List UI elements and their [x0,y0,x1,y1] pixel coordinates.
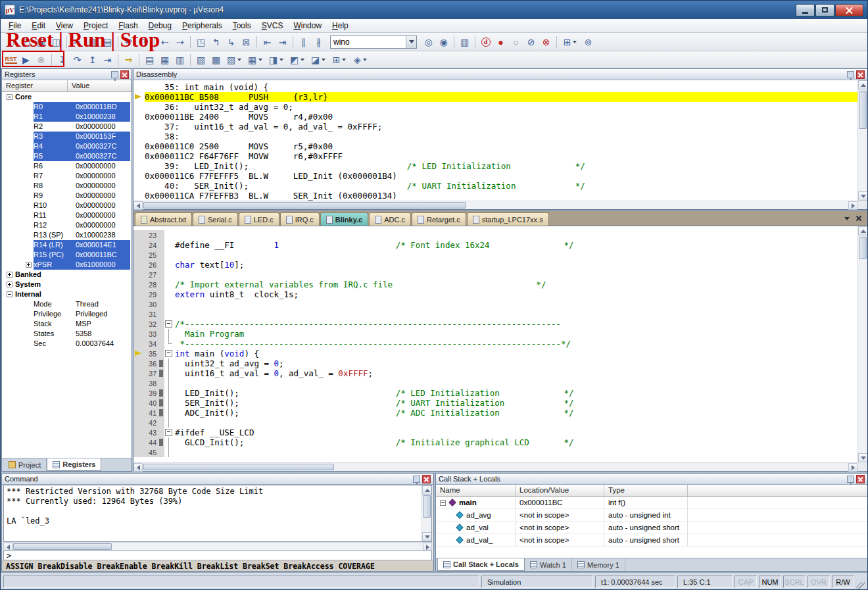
register-row-r14-lr[interactable]: R14 (LR)0x000014E1 [2,240,132,250]
registers-panel-header[interactable]: Registers [2,69,132,80]
register-row-r13-sp[interactable]: R13 (SP)0x10000238 [2,230,132,240]
tab-registers[interactable]: Registers [47,458,101,471]
dropdown-arrow-icon[interactable] [322,59,326,61]
register-row-states[interactable]: States5358 [2,329,132,339]
memory-windows-button[interactable]: ▦ [245,53,266,67]
callstack-window-button[interactable]: ▩ [208,53,224,67]
indent-button[interactable]: ⇥ [275,35,290,49]
breakpoint-margin[interactable] [133,319,143,329]
pin-icon[interactable] [111,71,118,78]
register-row-r8[interactable]: R80x00000000 [2,181,132,191]
editor-tab-irq-c[interactable]: IRQ.c [280,212,320,226]
watch-windows-button[interactable]: ▨ [224,53,245,67]
menu-svcs[interactable]: SVCS [256,20,289,32]
dropdown-arrow-icon[interactable] [363,59,367,61]
scroll-left-icon[interactable] [133,463,143,472]
find-in-files-button[interactable]: ◉ [436,35,451,49]
callstack-panel-header[interactable]: Call Stack + Locals [436,474,867,485]
register-row-r7[interactable]: R70x00000000 [2,171,132,181]
menu-help[interactable]: Help [327,20,354,32]
breakpoint-margin[interactable] [133,418,143,428]
clear-bookmarks-button[interactable]: ⊠ [239,35,254,49]
title-bar[interactable]: µV E:\Projects\Keil\mte241\Blinky-Keil\B… [1,1,867,19]
step-out-button[interactable]: ↥ [85,53,100,67]
code-line-24[interactable]: 24#define __FI 1/* Font index 16x24 */ [133,240,857,250]
trace-windows-button[interactable]: ◪ [308,53,329,67]
breakpoint-margin[interactable] [133,289,143,299]
prev-bookmark-button[interactable]: ↰ [208,35,224,49]
editor-horizontal-scrollbar[interactable] [133,462,857,471]
code-view[interactable]: 2324#define __FI 1/* Font index 16x24 */… [133,226,857,462]
breakpoint-margin[interactable] [133,428,143,437]
breakpoint-margin[interactable] [133,250,143,260]
scrollbar-thumb[interactable] [13,543,112,550]
breakpoint-margin[interactable] [133,447,143,457]
scroll-up-icon[interactable] [422,485,432,495]
find-combo-value[interactable]: wino [331,37,406,47]
register-row-r1[interactable]: R10x10000238 [2,112,132,122]
scrollbar-thumb[interactable] [423,495,431,518]
disasm-line[interactable]: 38: [145,132,857,141]
code-line-23[interactable]: 23 [133,230,857,240]
breakpoint-margin[interactable] [133,378,143,388]
breakpoint-margin[interactable] [133,280,143,289]
disassembly-panel-header[interactable]: Disassembly [133,69,867,80]
code-line-28[interactable]: 28/* Import external variables from IRQ.… [133,280,857,289]
register-row-r0[interactable]: R00x000011BD [2,102,132,112]
comment-button[interactable]: ∥ [296,35,311,49]
tab-call-stack-locals[interactable]: Call Stack + Locals [437,558,525,571]
register-row-xpsr[interactable]: xPSR0x61000000 [2,260,132,270]
pin-icon[interactable] [413,476,420,483]
scroll-up-icon[interactable] [858,226,868,235]
serial-windows-button[interactable]: ◨ [266,53,287,67]
breakpoint-margin[interactable] [133,437,143,447]
close-panel-icon[interactable] [856,475,865,483]
show-next-statement-button[interactable]: ⇒ [121,53,136,67]
code-line-30[interactable]: 30 [133,299,857,309]
books-button[interactable]: ▥ [457,35,472,49]
register-group-internal[interactable]: Internal [2,289,132,299]
disasm-line[interactable]: 36: uint32_t ad_avg = 0; [145,102,857,112]
code-line-41[interactable]: 41 ADC_Init();/* ADC Initialization */ [133,408,857,418]
disasm-line[interactable]: 0x000011C0 2500 MOVS r5,#0x00 [145,141,857,151]
editor-tab-retarget-c[interactable]: Retarget.c [412,212,466,226]
enable-breakpoint-button[interactable]: ○ [508,35,523,49]
code-line-25[interactable]: 25 [133,250,857,260]
close-panel-icon[interactable] [422,475,431,483]
expand-icon[interactable] [26,262,32,268]
scroll-right-icon[interactable] [848,201,857,210]
breakpoint-margin[interactable] [133,329,143,339]
run-to-cursor-button[interactable]: ⇥ [100,53,115,67]
code-line-34[interactable]: 34 *------------------------------------… [133,339,857,349]
breakpoint-margin[interactable] [133,230,143,240]
disassembly-horizontal-scrollbar[interactable] [133,201,857,209]
code-line-26[interactable]: 26char text[10]; [133,260,857,270]
breakpoint-margin[interactable] [133,299,143,309]
command-vertical-scrollbar[interactable] [422,485,431,541]
register-row-r5[interactable]: R50x0000327C [2,151,132,161]
collapse-icon[interactable] [7,94,12,100]
dropdown-arrow-icon[interactable] [573,41,577,43]
dropdown-arrow-icon[interactable] [342,59,346,61]
code-line-40[interactable]: 40 SER_Init();/* UART Initialization */ [133,398,857,408]
editor-tab-led-c[interactable]: LED.c [239,212,279,226]
register-group-banked[interactable]: Banked [2,270,132,280]
pin-icon[interactable] [847,71,854,78]
breakpoint-margin[interactable] [133,358,143,368]
target-options-button[interactable]: ⊞ [560,35,581,49]
collapse-icon[interactable] [7,291,12,297]
callstack-row-ad-val-[interactable]: ad_val_<not in scope>auto - unsigned sho… [436,534,867,547]
code-line-45[interactable]: 45 [133,447,857,457]
breakpoint-margin[interactable] [133,408,143,418]
disassembly-view[interactable]: 35: int main (void) {0x000011BC B508 PUS… [133,80,857,201]
registers-window-button[interactable]: ▧ [193,53,208,67]
expand-icon[interactable] [7,282,12,287]
dropdown-arrow-icon[interactable] [279,59,283,61]
scrollbar-thumb[interactable] [859,237,867,259]
scroll-left-icon[interactable] [133,201,143,210]
column-header-type[interactable]: Type [604,485,688,496]
code-line-42[interactable]: 42 [133,418,857,428]
menu-window[interactable]: Window [288,20,327,32]
combo-dropdown-icon[interactable] [406,36,416,48]
code-line-35[interactable]: 35int main (void) { [133,349,857,358]
